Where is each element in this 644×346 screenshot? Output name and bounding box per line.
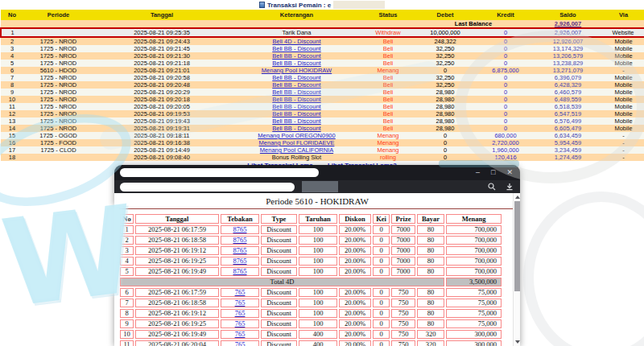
tebakan-link[interactable]: 765 [235, 309, 246, 317]
cell-debet: 0 [413, 154, 477, 161]
transaction-row: 131725 - NROD2025-08-21 09:19:43Beli BB … [1, 117, 644, 125]
bet-tebakan: 8765 [221, 257, 259, 266]
keterangan-link[interactable]: Beli BB - Discount [272, 103, 320, 110]
tebakan-link[interactable]: 765 [235, 299, 246, 307]
cell-keterangan: Tarik Dana [230, 28, 363, 37]
main-table-body: 12025-08-21 09:25:35Tarik DanaWithdraw10… [1, 28, 644, 161]
bet-column-header-tebakan: Tebakan [221, 214, 259, 224]
transaction-table: NoPeriodeTanggalKeteranganStatusDebetKre… [0, 10, 644, 161]
cell-status: Beli [363, 117, 413, 125]
keterangan-link[interactable]: Menang Pool FLORIDAEVE [259, 139, 335, 146]
keterangan-link[interactable]: Beli BB - Discount [272, 52, 320, 60]
cell-tanggal: 2025-08-21 09:24:43 [93, 37, 230, 45]
minimize-icon[interactable]: – [476, 165, 480, 180]
cell-saldo: 6,460,579 [534, 89, 602, 96]
bet-type: Discount [261, 309, 297, 318]
cell-debet: 32,250 [413, 45, 477, 52]
cell-saldo: 6,518,539 [534, 103, 602, 110]
address-bar[interactable] [120, 183, 295, 192]
bet-type: Discount [261, 299, 297, 307]
bet-prize: 7000 [391, 246, 415, 255]
bet-prize: 7000 [391, 267, 415, 276]
tebakan-link[interactable]: 765 [235, 288, 246, 296]
cell-debet: 28,980 [413, 110, 477, 117]
bet-menang: 75,000 [446, 309, 502, 318]
cell-via: Mobile [602, 110, 644, 117]
tebakan-link[interactable]: 8765 [233, 236, 247, 244]
cell-debet: 28,980 [413, 125, 477, 132]
keterangan-link[interactable]: Menang Pool CALIFORNIA [260, 146, 333, 154]
keterangan-link[interactable]: Beli BB - Discount [272, 81, 320, 89]
window-controls: – □ ✕ [476, 165, 513, 180]
bet-column-header-taruhan: Taruhan [299, 214, 337, 224]
tebakan-link[interactable]: 8765 [233, 225, 247, 233]
transaction-row: 31725 - NROD2025-08-21 09:21:45Beli BB -… [1, 45, 644, 52]
zoom-icon[interactable] [488, 183, 496, 191]
cell-periode: 1725 - NROD [23, 125, 93, 132]
tebakan-link[interactable]: 8765 [233, 267, 247, 275]
tebakan-link[interactable]: 765 [235, 330, 246, 338]
bet-no: 2 [120, 236, 134, 245]
column-header-via: Via [602, 10, 644, 20]
keterangan-link[interactable]: Beli BB - Discount [272, 117, 320, 125]
periode-title: Periode 5610 - HOKIDRAW [114, 193, 520, 206]
bet-prize: 7000 [391, 257, 415, 266]
cell-tanggal: 2025-08-21 09:21:18 [93, 60, 230, 67]
keterangan-link[interactable]: Beli BB - Discount [272, 60, 320, 67]
bet-row: 32025-08-21 06:19:128765Discount10020.00… [120, 246, 502, 255]
last-balance-row: Last Balance2,926,007 [1, 20, 644, 28]
page-title-text: Transaksi Pemain : e [267, 2, 331, 9]
tebakan-link[interactable]: 8765 [233, 257, 247, 265]
bet-row: 82025-08-21 06:19:12765Discount10020.00%… [120, 309, 502, 318]
bet-column-header-tanggal: Tanggal [135, 214, 219, 224]
scroll-down-icon[interactable] [515, 340, 520, 344]
cell-via: Mobile [602, 81, 644, 89]
bet-tanggal: 2025-08-21 06:17:59 [135, 225, 219, 234]
keterangan-link[interactable]: Beli BB - Discount [272, 89, 320, 96]
bet-row: 62025-08-21 06:17:59765Discount10020.00%… [120, 288, 502, 297]
cell-status: Beli [363, 89, 413, 96]
bet-type: Discount [261, 267, 297, 276]
tebakan-link[interactable]: 8765 [233, 246, 247, 254]
keterangan-link[interactable]: Beli BB - Discount [272, 74, 320, 81]
transaction-row: 91725 - NROD2025-08-21 09:20:29Beli BB -… [1, 89, 644, 96]
keterangan-link[interactable]: Beli 4D - Discount [272, 38, 320, 45]
cell-no: 10 [1, 96, 23, 103]
last-balance-value: 2,926,007 [534, 20, 602, 28]
scroll-up-icon[interactable] [515, 196, 520, 199]
close-icon[interactable]: ✕ [506, 165, 513, 180]
popup-scrollbar[interactable] [513, 193, 520, 346]
keterangan-link[interactable]: Beli BB - Discount [272, 125, 320, 132]
bet-bayar: 80 [417, 225, 444, 234]
cell-status: Beli [363, 96, 413, 103]
last-balance-body: Last Balance2,926,007 [1, 20, 644, 28]
scrollbar-thumb[interactable] [514, 201, 520, 291]
cell-no: 4 [1, 52, 23, 60]
watermark-circle [523, 192, 644, 346]
cell-debet: 248,322 [413, 37, 477, 45]
tebakan-link[interactable]: 765 [235, 319, 246, 327]
cell-saldo: 13,271,079 [534, 67, 602, 74]
keterangan-link[interactable]: Beli BB - Discount [272, 110, 320, 117]
keterangan-link[interactable]: Menang Pool OREGON0900 [258, 132, 335, 139]
cell-via: Mobile [602, 103, 644, 110]
cell-via: - [602, 139, 644, 146]
bet-no: 7 [120, 299, 134, 307]
maximize-icon[interactable]: □ [491, 165, 495, 180]
tebakan-link[interactable]: 765 [235, 340, 246, 346]
cell-kredit: 0 [477, 45, 534, 52]
cell-kredit: 0 [477, 89, 534, 96]
keterangan-link[interactable]: Beli BB - Discount [272, 45, 320, 52]
cell-via: - [602, 146, 644, 154]
cell-status: Menang [363, 67, 413, 74]
cell-keterangan: Beli BB - Discount [230, 60, 363, 67]
cell-via: Mobile [602, 60, 644, 67]
keterangan-link[interactable]: Beli BB - Discount [272, 96, 320, 103]
redacted-window-title [120, 168, 319, 177]
download-icon[interactable] [506, 183, 514, 191]
cell-debet: 32,250 [413, 74, 477, 81]
cell-status: rolling [363, 154, 413, 161]
cell-kredit: 0 [477, 117, 534, 125]
cell-periode: 1725 - NROD [23, 60, 93, 67]
keterangan-link[interactable]: Menang Pool HOKIDRAW [262, 67, 332, 74]
